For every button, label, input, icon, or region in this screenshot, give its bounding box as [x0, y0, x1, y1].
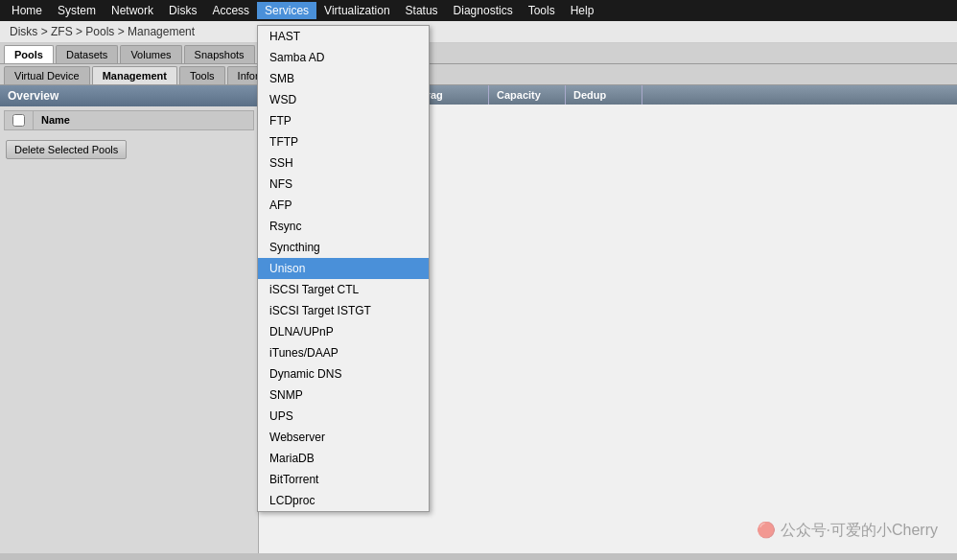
service-tftp[interactable]: TFTP	[258, 131, 429, 152]
col-capacity: Capacity	[489, 85, 566, 105]
service-lcdproc[interactable]: LCDproc	[258, 490, 429, 511]
service-samba-ad[interactable]: Samba AD	[258, 47, 429, 68]
menubar: Home System Network Disks Access Service…	[0, 0, 957, 21]
menu-services[interactable]: Services	[257, 2, 316, 19]
service-iscsi-ctl[interactable]: iSCSI Target CTL	[258, 279, 429, 300]
menu-virtualization[interactable]: Virtualization	[316, 2, 397, 19]
service-iscsi-istgt[interactable]: iSCSI Target ISTGT	[258, 300, 429, 321]
service-hast[interactable]: HAST	[258, 26, 429, 47]
col-dedup: Dedup	[566, 85, 642, 105]
header-checkbox-cell	[5, 111, 34, 129]
service-ftp[interactable]: FTP	[258, 110, 429, 131]
tabs2: Virtual Device Management Tools Informat…	[0, 64, 957, 85]
tab-snapshots[interactable]: Snapshots	[184, 45, 255, 63]
menu-system[interactable]: System	[50, 2, 104, 19]
breadcrumb-text: Disks > ZFS > Pools > Management	[10, 25, 195, 38]
menu-home[interactable]: Home	[4, 2, 50, 19]
service-snmp[interactable]: SNMP	[258, 385, 429, 406]
service-bittorrent[interactable]: BitTorrent	[258, 469, 429, 490]
breadcrumb: Disks > ZFS > Pools > Management	[0, 21, 957, 43]
service-wsd[interactable]: WSD	[258, 89, 429, 110]
tab-volumes[interactable]: Volumes	[120, 45, 181, 63]
menu-status[interactable]: Status	[398, 2, 446, 19]
tab-pools[interactable]: Pools	[4, 45, 54, 63]
service-ups[interactable]: UPS	[258, 406, 429, 427]
services-dropdown: HAST Samba AD SMB WSD FTP TFTP SSH NFS A…	[257, 25, 430, 512]
tabs1: Pools Datasets Volumes Snapshots Schedul…	[0, 43, 957, 64]
tab-tools[interactable]: Tools	[179, 66, 225, 84]
service-afp[interactable]: AFP	[258, 195, 429, 216]
service-mariadb[interactable]: MariaDB	[258, 448, 429, 469]
menu-disks[interactable]: Disks	[161, 2, 204, 19]
overview-header: Overview	[0, 85, 258, 106]
service-webserver[interactable]: Webserver	[258, 427, 429, 448]
service-ssh[interactable]: SSH	[258, 152, 429, 174]
service-smb[interactable]: SMB	[258, 68, 429, 89]
left-panel: Overview Name Delete Selected Pools	[0, 85, 259, 553]
service-rsync[interactable]: Rsync	[258, 216, 429, 237]
service-dlna[interactable]: DLNA/UPnP	[258, 321, 429, 342]
service-syncthing[interactable]: Syncthing	[258, 237, 429, 258]
service-itunes[interactable]: iTunes/DAAP	[258, 342, 429, 363]
main-content: Overview Name Delete Selected Pools Allo…	[0, 85, 957, 553]
delete-selected-pools-button[interactable]: Delete Selected Pools	[6, 140, 127, 159]
tab-datasets[interactable]: Datasets	[56, 45, 118, 63]
service-unison[interactable]: Unison	[258, 258, 429, 279]
select-all-checkbox[interactable]	[12, 114, 25, 127]
service-nfs[interactable]: NFS	[258, 174, 429, 195]
pools-table: Name	[4, 110, 254, 130]
header-name: Name	[34, 111, 78, 129]
tab-management[interactable]: Management	[92, 66, 177, 84]
menu-services-container: Services HAST Samba AD SMB WSD FTP TFTP …	[257, 4, 316, 17]
watermark: 🔴 公众号·可爱的小Cherry	[757, 521, 938, 541]
overview-label: Overview	[8, 89, 58, 103]
service-dynamic-dns[interactable]: Dynamic DNS	[258, 363, 429, 385]
menu-network[interactable]: Network	[104, 2, 161, 19]
menu-help[interactable]: Help	[563, 2, 602, 19]
menu-diagnostics[interactable]: Diagnostics	[446, 2, 521, 19]
table-header: Name	[4, 110, 254, 130]
tab-virtual-device[interactable]: Virtual Device	[4, 66, 90, 84]
menu-access[interactable]: Access	[204, 2, 257, 19]
menu-tools[interactable]: Tools	[521, 2, 563, 19]
